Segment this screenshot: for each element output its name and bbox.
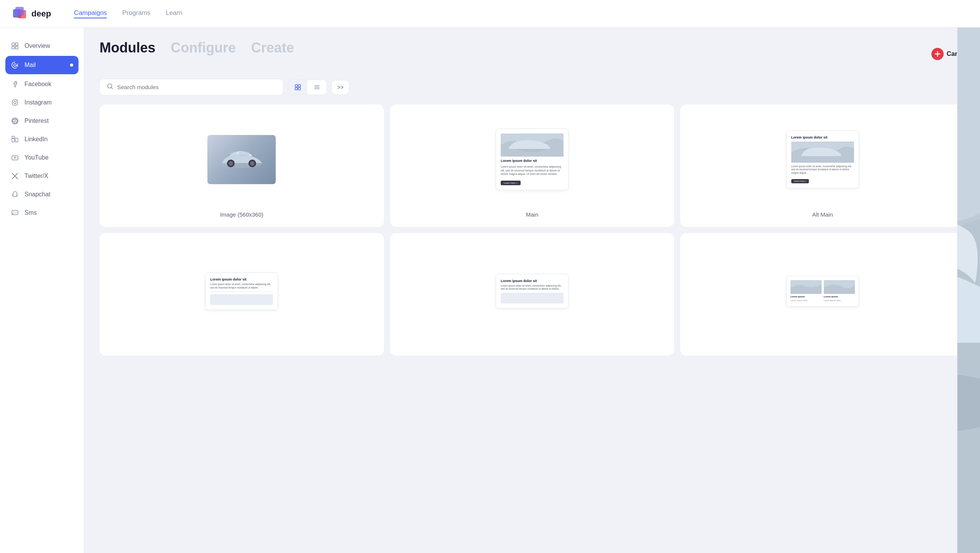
logo-icon	[12, 6, 28, 21]
search-icon	[107, 83, 113, 91]
sidebar-label-overview: Overview	[24, 42, 50, 49]
svg-rect-3	[12, 43, 15, 46]
sidebar-item-overview[interactable]: Overview	[0, 37, 84, 55]
sidebar-label-instagram: Instagram	[24, 99, 52, 106]
svg-rect-4	[15, 43, 18, 46]
svg-rect-23	[295, 88, 297, 90]
sidebar-item-pinterest[interactable]: Pinterest	[0, 112, 84, 130]
sidebar-label-mail: Mail	[24, 62, 36, 69]
card2-divider	[210, 292, 273, 292]
svg-rect-34	[230, 152, 237, 156]
svg-rect-12	[12, 136, 15, 138]
card2-box: Lorem ipsum dolor sit Lorem ipsum dolor …	[205, 272, 278, 310]
main-preview: Lorem ipsum dolor sit Lorem ipsum dolor …	[399, 114, 665, 205]
svg-point-9	[14, 101, 16, 104]
expand-button[interactable]: >>	[332, 80, 349, 95]
col-item-1: Lorem ipsum Lorem ipsum dolor	[791, 280, 822, 302]
search-input[interactable]	[117, 84, 276, 90]
active-indicator	[70, 64, 73, 67]
top-nav: deep Campaigns Programs Learn	[0, 0, 980, 28]
svg-rect-15	[12, 156, 18, 160]
module-card-alt-main[interactable]: Lorem ipsum dolor sit Lorem ipsum dolor …	[680, 104, 965, 227]
logo-text: deep	[31, 9, 51, 19]
camp-icon	[931, 48, 944, 60]
sidebar-label-sms: Sms	[24, 209, 37, 216]
sidebar: Overview Mail Facebook	[0, 28, 84, 553]
image-preview	[109, 114, 375, 205]
nav-learn[interactable]: Learn	[166, 9, 182, 18]
email-cta: Learn more »	[501, 181, 521, 185]
col-item-2: Lorem ipsum Lorem ipsum dolor	[824, 280, 855, 302]
module-card-label: Image (560x360)	[220, 205, 263, 218]
logo-area[interactable]: deep	[12, 6, 51, 21]
sidebar-label-youtube: YouTube	[24, 154, 49, 161]
youtube-icon	[11, 153, 19, 162]
col-text-1: Lorem ipsum dolor	[791, 299, 822, 302]
sidebar-item-instagram[interactable]: Instagram	[0, 93, 84, 112]
email-title: Lorem ipsum dolor sit	[501, 159, 564, 163]
two-col-box: Lorem ipsum Lorem ipsum dolor	[786, 276, 859, 306]
pinterest-icon	[11, 117, 19, 125]
module-card-bottom-left[interactable]: Lorem ipsum dolor sit Lorem ipsum dolor …	[100, 233, 384, 356]
svg-point-18	[15, 212, 15, 213]
alt-main-preview: Lorem ipsum dolor sit Lorem ipsum dolor …	[689, 114, 956, 205]
module-card-bottom-center[interactable]: Lorem ipsum dolor sit Lorem ipsum dolor …	[390, 233, 675, 356]
svg-rect-13	[15, 138, 18, 142]
svg-rect-2	[15, 7, 24, 15]
svg-point-17	[13, 212, 14, 213]
app-layout: Overview Mail Facebook	[0, 28, 980, 553]
svg-point-30	[229, 161, 233, 166]
svg-rect-14	[12, 139, 15, 142]
tab-create[interactable]: Create	[251, 40, 294, 56]
svg-point-10	[16, 101, 17, 101]
nav-campaigns[interactable]: Campaigns	[74, 9, 107, 18]
alt-main-title: Lorem ipsum dolor sit	[791, 135, 854, 139]
sidebar-label-pinterest: Pinterest	[24, 117, 49, 124]
snapchat-icon	[11, 190, 19, 199]
module-card-main[interactable]: Lorem ipsum dolor sit Lorem ipsum dolor …	[390, 104, 675, 227]
car-image-box	[207, 135, 276, 184]
tab-configure[interactable]: Configure	[171, 40, 236, 56]
email-preview-box: Lorem ipsum dolor sit Lorem ipsum dolor …	[496, 129, 568, 190]
sms-icon	[11, 209, 19, 217]
controls-row: >>	[100, 79, 965, 95]
linkedin-icon	[11, 135, 19, 144]
alt-main-text: Lorem ipsum dolor sit amet, consectetur …	[791, 165, 854, 175]
view-toggles	[288, 80, 327, 95]
sidebar-item-snapchat[interactable]: Snapchat	[0, 185, 84, 204]
col-img-1	[791, 280, 822, 294]
modules-grid: Image (560x360) Lorem	[100, 104, 965, 356]
grid-view-button[interactable]	[288, 80, 307, 95]
svg-rect-5	[12, 46, 15, 49]
sidebar-item-sms[interactable]: Sms	[0, 204, 84, 222]
email-text: Lorem ipsum dolor sit amet, consectetur …	[501, 165, 564, 176]
search-bar[interactable]	[100, 79, 283, 95]
svg-rect-33	[238, 152, 249, 156]
alt-main-cta: Learn more »	[791, 179, 809, 183]
tab-modules[interactable]: Modules	[100, 40, 155, 56]
col-title-1: Lorem ipsum	[791, 295, 822, 298]
col-img-2	[824, 280, 855, 294]
alt-main-image	[791, 142, 854, 163]
sidebar-item-youtube[interactable]: YouTube	[0, 148, 84, 167]
email-preview-image	[501, 134, 564, 157]
sidebar-item-twitter[interactable]: Twitter/X	[0, 167, 84, 185]
svg-rect-6	[15, 46, 18, 49]
sidebar-item-mail[interactable]: Mail	[5, 56, 78, 74]
svg-rect-22	[298, 85, 301, 87]
nav-programs[interactable]: Programs	[122, 9, 150, 18]
sidebar-label-facebook: Facebook	[24, 81, 51, 88]
col-title-2: Lorem ipsum	[824, 295, 855, 298]
list-view-button[interactable]	[307, 80, 327, 95]
sidebar-label-snapchat: Snapchat	[24, 191, 51, 198]
two-col-grid: Lorem ipsum Lorem ipsum dolor	[791, 280, 855, 302]
page-tabs: Modules Configure Create	[100, 40, 294, 56]
module-card-two-col[interactable]: Lorem ipsum Lorem ipsum dolor	[680, 233, 965, 356]
grid-icon	[11, 42, 19, 50]
partial-car-image	[957, 28, 980, 553]
svg-point-19	[16, 212, 17, 213]
module-card-image[interactable]: Image (560x360)	[100, 104, 384, 227]
svg-point-7	[14, 64, 16, 67]
sidebar-item-linkedin[interactable]: LinkedIn	[0, 130, 84, 148]
sidebar-item-facebook[interactable]: Facebook	[0, 75, 84, 93]
